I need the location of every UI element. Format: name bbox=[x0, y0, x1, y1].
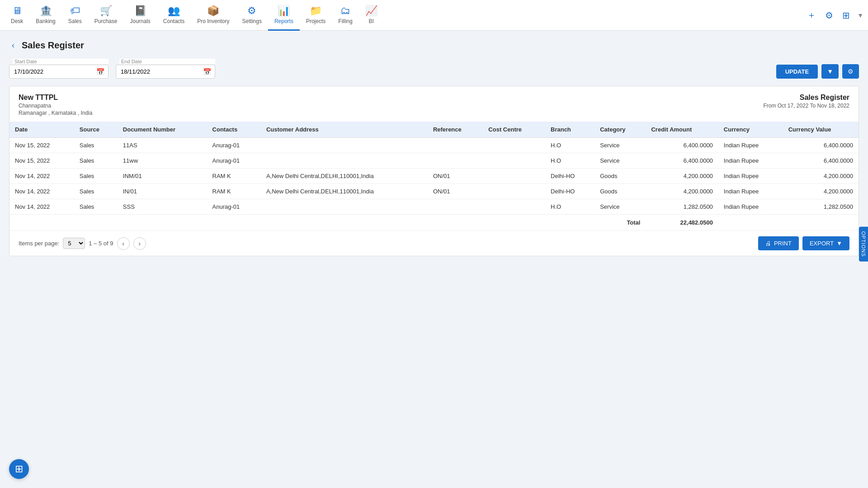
export-button[interactable]: EXPORT ▼ bbox=[802, 236, 849, 250]
col-branch: Branch bbox=[545, 122, 594, 138]
cell-contacts: RAM K bbox=[207, 169, 261, 184]
column-settings-button[interactable]: ⚙ bbox=[842, 64, 859, 79]
cell-source: Sales bbox=[74, 153, 118, 169]
start-date-label: Start Date bbox=[13, 59, 108, 64]
cell-currency: Indian Rupee bbox=[718, 138, 783, 153]
table-row[interactable]: Nov 15, 2022 Sales 11ww Anurag-01 H.O Se… bbox=[9, 153, 859, 169]
back-button[interactable]: ‹ bbox=[9, 40, 17, 51]
cell-reference: ON/01 bbox=[428, 169, 483, 184]
reports-icon: 📊 bbox=[278, 5, 290, 17]
cell-credit-amount: 4,200.0000 bbox=[646, 169, 718, 184]
nav-label-bi: BI bbox=[368, 18, 373, 24]
company-header: New TTTPL Channapatna Ramanagar , Karnat… bbox=[9, 86, 859, 122]
nav-label-settings: Settings bbox=[242, 18, 262, 24]
cell-cost-centre bbox=[483, 184, 545, 199]
main-content: ‹ Sales Register Start Date 📅 End Date 📅… bbox=[0, 31, 868, 265]
table-row[interactable]: Nov 14, 2022 Sales INM/01 RAM K A,New De… bbox=[9, 169, 859, 184]
nav-item-desk[interactable]: 🖥 Desk bbox=[5, 0, 29, 31]
print-icon: 🖨 bbox=[765, 240, 771, 247]
nav-dropdown-arrow[interactable]: ▼ bbox=[857, 12, 863, 19]
nav-item-filling[interactable]: 🗂 Filling bbox=[332, 0, 359, 31]
update-button[interactable]: UPDATE bbox=[776, 65, 818, 79]
nav-item-banking[interactable]: 🏦 Banking bbox=[29, 0, 61, 31]
col-category: Category bbox=[594, 122, 646, 138]
filter-row: Start Date 📅 End Date 📅 UPDATE ▼ ⚙ bbox=[9, 58, 859, 79]
filter-button[interactable]: ▼ bbox=[821, 64, 839, 79]
sales-register-table: Date Source Document Number Contacts Cus… bbox=[9, 122, 859, 230]
col-date: Date bbox=[9, 122, 74, 138]
nav-label-desk: Desk bbox=[11, 18, 23, 24]
cell-customer-address bbox=[261, 153, 428, 169]
nav-item-sales[interactable]: 🏷 Sales bbox=[62, 0, 88, 31]
top-nav: 🖥 Desk 🏦 Banking 🏷 Sales 🛒 Purchase 📓 Jo… bbox=[0, 0, 868, 31]
side-options-tab[interactable]: OPTIONS bbox=[859, 227, 868, 262]
table-row[interactable]: Nov 14, 2022 Sales SSS Anurag-01 H.O Ser… bbox=[9, 199, 859, 215]
cell-currency-value: 4,200.0000 bbox=[783, 184, 859, 199]
nav-item-reports[interactable]: 📊 Reports bbox=[268, 0, 300, 31]
next-page-button[interactable]: › bbox=[133, 237, 146, 250]
report-card: New TTTPL Channapatna Ramanagar , Karnat… bbox=[9, 86, 859, 256]
nav-item-bi[interactable]: 📈 BI bbox=[359, 0, 384, 31]
cell-cost-centre bbox=[483, 169, 545, 184]
nav-label-projects: Projects bbox=[306, 18, 326, 24]
nav-item-projects[interactable]: 📁 Projects bbox=[300, 0, 332, 31]
cell-document-number: 11AS bbox=[118, 138, 207, 153]
cell-source: Sales bbox=[74, 138, 118, 153]
nav-right: ＋ ⚙ ⊞ ▼ bbox=[805, 7, 863, 23]
nav-label-purchase: Purchase bbox=[94, 18, 118, 24]
col-cost-centre: Cost Centre bbox=[483, 122, 545, 138]
cell-source: Sales bbox=[74, 184, 118, 199]
cell-credit-amount: 6,400.0000 bbox=[646, 153, 718, 169]
cell-date: Nov 14, 2022 bbox=[9, 169, 74, 184]
company-city: Channapatna bbox=[19, 103, 92, 109]
col-contacts: Contacts bbox=[207, 122, 261, 138]
prev-page-button[interactable]: ‹ bbox=[117, 237, 130, 250]
cell-document-number: IN/01 bbox=[118, 184, 207, 199]
table-total-row: Total 22,482.0500 bbox=[9, 215, 859, 231]
cell-date: Nov 15, 2022 bbox=[9, 138, 74, 153]
print-button[interactable]: 🖨 PRINT bbox=[758, 236, 799, 250]
col-currency: Currency bbox=[718, 122, 783, 138]
cell-contacts: Anurag-01 bbox=[207, 153, 261, 169]
nav-item-settings[interactable]: ⚙ Settings bbox=[236, 0, 268, 31]
export-dropdown-arrow: ▼ bbox=[836, 240, 842, 247]
end-date-input[interactable] bbox=[116, 65, 215, 79]
col-credit-amount: Credit Amount bbox=[646, 122, 718, 138]
nav-items: 🖥 Desk 🏦 Banking 🏷 Sales 🛒 Purchase 📓 Jo… bbox=[5, 0, 805, 31]
start-date-wrapper: 📅 bbox=[9, 65, 108, 79]
start-date-input[interactable] bbox=[9, 65, 108, 79]
cell-currency: Indian Rupee bbox=[718, 153, 783, 169]
nav-label-filling: Filling bbox=[338, 18, 352, 24]
cell-currency: Indian Rupee bbox=[718, 199, 783, 215]
nav-item-purchase[interactable]: 🛒 Purchase bbox=[88, 0, 124, 31]
table-row[interactable]: Nov 15, 2022 Sales 11AS Anurag-01 H.O Se… bbox=[9, 138, 859, 153]
cell-customer-address bbox=[261, 199, 428, 215]
page-range-label: 1 – 5 of 9 bbox=[89, 240, 113, 247]
col-reference: Reference bbox=[428, 122, 483, 138]
cell-cost-centre bbox=[483, 199, 545, 215]
export-label: EXPORT bbox=[810, 240, 834, 247]
nav-label-banking: Banking bbox=[36, 18, 55, 24]
table-row[interactable]: Nov 14, 2022 Sales IN/01 RAM K A,New Del… bbox=[9, 184, 859, 199]
grid-button[interactable]: ⊞ bbox=[840, 8, 852, 23]
purchase-icon: 🛒 bbox=[100, 5, 112, 17]
page-header: ‹ Sales Register bbox=[9, 40, 859, 51]
nav-item-pro-inventory[interactable]: 📦 Pro Inventory bbox=[191, 0, 236, 31]
cell-source: Sales bbox=[74, 169, 118, 184]
nav-item-contacts[interactable]: 👥 Contacts bbox=[157, 0, 191, 31]
cell-credit-amount: 6,400.0000 bbox=[646, 138, 718, 153]
items-per-page-select[interactable]: 5 10 25 bbox=[63, 238, 85, 249]
nav-item-journals[interactable]: 📓 Journals bbox=[123, 0, 156, 31]
journals-icon: 📓 bbox=[134, 5, 146, 17]
report-date-range: From Oct 17, 2022 To Nov 18, 2022 bbox=[763, 103, 849, 109]
gear-button[interactable]: ⚙ bbox=[823, 8, 835, 23]
end-date-group: End Date 📅 bbox=[116, 58, 215, 79]
cell-reference bbox=[428, 153, 483, 169]
cell-category: Goods bbox=[594, 169, 646, 184]
cell-branch: H.O bbox=[545, 199, 594, 215]
cell-branch: Delhi-HO bbox=[545, 184, 594, 199]
cell-currency-value: 6,400.0000 bbox=[783, 138, 859, 153]
pagination-row: Items per page: 5 10 25 1 – 5 of 9 ‹ › 🖨… bbox=[9, 230, 859, 256]
report-title-block: Sales Register From Oct 17, 2022 To Nov … bbox=[763, 94, 849, 109]
add-button[interactable]: ＋ bbox=[805, 7, 818, 23]
